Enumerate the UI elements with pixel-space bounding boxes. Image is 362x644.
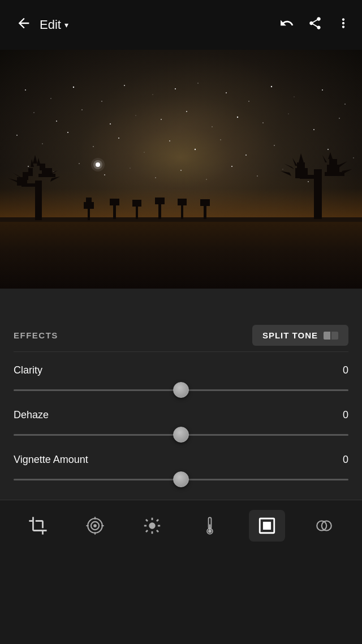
app-header: Edit ▾ xyxy=(0,0,362,50)
toolbar-item-effects[interactable] xyxy=(249,510,285,542)
split-tone-tab[interactable]: SPLIT TONE xyxy=(252,325,348,346)
panel-spacer xyxy=(0,289,362,315)
photo-container xyxy=(0,50,362,289)
svg-rect-66 xyxy=(155,198,165,204)
svg-point-24 xyxy=(288,113,288,114)
svg-point-12 xyxy=(322,89,323,91)
toolbar-item-detail[interactable] xyxy=(306,510,342,542)
svg-point-21 xyxy=(212,126,212,127)
svg-point-33 xyxy=(169,140,170,141)
toolbar-item-color[interactable] xyxy=(192,510,228,542)
svg-marker-97 xyxy=(284,164,294,169)
clarity-value: 0 xyxy=(343,364,348,376)
undo-button[interactable] xyxy=(279,16,294,34)
svg-rect-75 xyxy=(28,168,33,176)
header-title: Edit xyxy=(40,18,61,32)
svg-point-2 xyxy=(73,87,74,88)
svg-point-34 xyxy=(195,149,196,150)
svg-point-28 xyxy=(42,143,42,144)
svg-point-39 xyxy=(327,149,329,150)
svg-rect-69 xyxy=(204,204,206,219)
svg-point-26 xyxy=(339,118,340,119)
crop-icon xyxy=(27,514,49,537)
vignette-slider-header: Vignette Amount 0 xyxy=(14,454,348,466)
clarity-slider-track-container[interactable] xyxy=(14,384,348,396)
light-icon xyxy=(141,514,163,537)
selective-icon xyxy=(84,514,106,537)
svg-point-16 xyxy=(81,109,83,110)
svg-point-30 xyxy=(93,146,94,147)
dehaze-slider-header: Dehaze 0 xyxy=(14,409,348,421)
svg-point-9 xyxy=(248,101,249,102)
svg-point-17 xyxy=(110,123,111,124)
svg-point-103 xyxy=(93,524,97,527)
svg-point-0 xyxy=(25,89,26,91)
svg-point-3 xyxy=(101,101,102,102)
svg-rect-94 xyxy=(329,159,337,167)
svg-marker-85 xyxy=(50,177,60,182)
svg-point-4 xyxy=(124,85,125,86)
svg-point-35 xyxy=(220,139,221,140)
svg-point-1 xyxy=(50,98,51,98)
more-button[interactable] xyxy=(336,16,351,34)
svg-point-120 xyxy=(208,529,212,533)
svg-point-11 xyxy=(294,96,294,97)
svg-point-27 xyxy=(16,135,18,136)
clarity-thumb[interactable] xyxy=(173,382,189,398)
svg-marker-100 xyxy=(341,169,352,175)
clarity-slider-group: Clarity 0 xyxy=(14,354,348,399)
svg-point-8 xyxy=(226,92,227,93)
svg-rect-67 xyxy=(181,203,183,219)
effects-tab-label: EFFECTS xyxy=(14,330,58,340)
svg-point-14 xyxy=(33,112,34,113)
svg-marker-95 xyxy=(328,152,333,159)
vignette-label: Vignette Amount xyxy=(14,454,88,466)
svg-marker-83 xyxy=(8,178,18,183)
svg-rect-62 xyxy=(110,199,119,205)
svg-marker-81 xyxy=(37,158,41,166)
color-icon xyxy=(199,514,221,537)
dehaze-value: 0 xyxy=(343,409,348,421)
svg-point-19 xyxy=(161,119,162,120)
split-tone-icon-right xyxy=(331,332,338,340)
svg-marker-91 xyxy=(292,158,298,166)
svg-line-113 xyxy=(146,519,148,521)
tree-silhouettes xyxy=(0,152,362,231)
svg-rect-78 xyxy=(40,164,45,170)
panel-tab-row: EFFECTS SPLIT TONE xyxy=(14,315,348,352)
share-button[interactable] xyxy=(308,16,322,34)
split-tone-icon xyxy=(324,332,338,340)
dehaze-slider-track-container[interactable] xyxy=(14,429,348,440)
svg-point-108 xyxy=(149,522,156,529)
toolbar-item-selective[interactable] xyxy=(77,510,113,542)
svg-point-15 xyxy=(56,121,57,122)
svg-marker-99 xyxy=(338,161,347,168)
toolbar-item-light[interactable] xyxy=(134,510,170,542)
effects-panel: EFFECTS SPLIT TONE Clarity 0 Dehaze 0 xyxy=(0,315,362,500)
dehaze-slider-group: Dehaze 0 xyxy=(14,399,348,444)
split-tone-icon-left xyxy=(324,332,330,340)
svg-rect-64 xyxy=(132,200,141,207)
svg-rect-61 xyxy=(113,203,116,219)
svg-rect-122 xyxy=(263,521,271,529)
svg-line-115 xyxy=(157,519,158,521)
vignette-thumb[interactable] xyxy=(173,471,189,487)
header-right xyxy=(279,16,351,34)
svg-point-20 xyxy=(186,111,187,112)
photo-scene xyxy=(0,50,362,289)
header-left: Edit ▾ xyxy=(11,11,68,40)
effects-icon xyxy=(256,514,278,537)
toolbar-item-crop[interactable] xyxy=(20,510,56,542)
back-button[interactable] xyxy=(11,11,36,40)
svg-rect-65 xyxy=(158,202,161,219)
svg-rect-68 xyxy=(178,199,187,205)
svg-rect-74 xyxy=(23,172,28,180)
svg-point-23 xyxy=(262,122,264,123)
vignette-slider-track-container[interactable] xyxy=(14,474,348,485)
header-title-group[interactable]: Edit ▾ xyxy=(40,18,68,32)
dehaze-thumb[interactable] xyxy=(173,427,189,443)
split-tone-label: SPLIT TONE xyxy=(262,330,318,340)
svg-marker-90 xyxy=(299,153,304,162)
dropdown-arrow-icon: ▾ xyxy=(64,20,68,29)
clarity-slider-header: Clarity 0 xyxy=(14,364,348,376)
